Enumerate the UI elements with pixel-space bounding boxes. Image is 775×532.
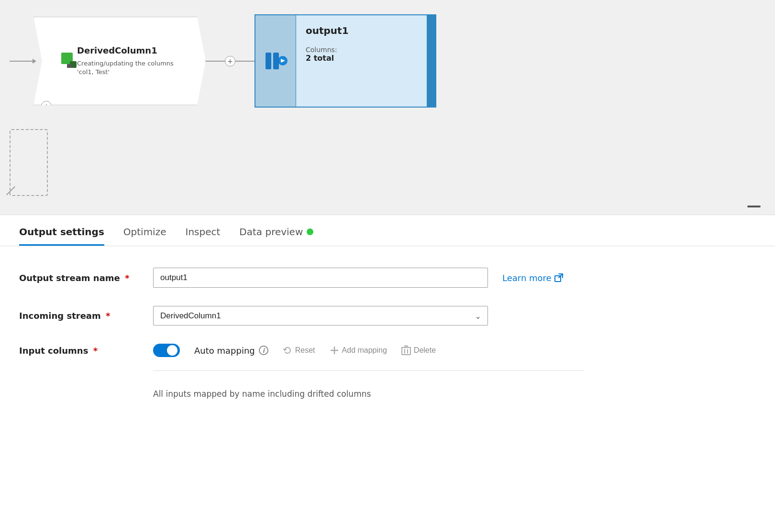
input-columns-label: Input columns * [19,346,153,356]
auto-mapping-info-icon[interactable]: i [259,346,268,355]
dashed-placeholder-box [10,129,48,196]
derived-plus-bottom[interactable]: + [41,101,52,111]
mapping-divider [153,370,584,371]
output-stream-name-input-wrapper [153,268,488,288]
derived-column-node[interactable]: DerivedColumn1 Creating/updating the col… [33,17,206,105]
output-left-tab [255,15,296,107]
canvas-area: DerivedColumn1 Creating/updating the col… [0,0,775,215]
tab-data-preview[interactable]: Data preview [239,226,313,246]
tabs-bar: Output settings Optimize Inspect Data pr… [0,215,775,246]
data-preview-dot [307,228,313,235]
svg-rect-10 [402,347,410,355]
output-node-title: output1 [306,25,417,36]
svg-rect-3 [266,53,271,69]
connector-plus[interactable]: + [225,56,235,66]
output-stream-name-input[interactable] [153,268,488,288]
required-star-incoming: * [103,311,111,321]
left-connector [10,61,33,62]
settings-panel: Output settings Optimize Inspect Data pr… [0,215,775,532]
mapped-hint: All inputs mapped by name including drif… [153,389,756,399]
mid-connector: + [206,56,255,66]
input-columns-row: Input columns * Auto mapping i [19,344,756,357]
learn-more-link[interactable]: Learn more [502,273,563,283]
output-content: output1 Columns: 2 total [296,15,427,107]
required-star-input-cols: * [90,346,98,356]
add-icon [330,346,339,355]
incoming-stream-label: Incoming stream * [19,311,153,321]
form-area: Output stream name * Learn more Incoming… [0,246,775,418]
external-link-icon [554,273,563,282]
auto-mapping-label: Auto mapping i [194,346,268,356]
output-right-stripe [427,15,435,107]
input-columns-controls: Auto mapping i Reset [153,344,436,357]
output-columns-value: 2 total [306,54,417,63]
delete-button[interactable]: Delete [401,345,436,356]
reset-button[interactable]: Reset [283,346,315,355]
incoming-stream-select-wrapper: DerivedColumn1 ⌄ [153,306,488,326]
toggle-slider [153,344,180,357]
incoming-stream-row: Incoming stream * DerivedColumn1 ⌄ [19,306,756,326]
output-columns-label: Columns: [306,46,417,54]
pipeline-container: DerivedColumn1 Creating/updating the col… [10,14,436,108]
derived-column-box: DerivedColumn1 Creating/updating the col… [33,17,206,105]
derived-node-desc: Creating/updating the columns 'col1, Tes… [77,59,188,76]
minimize-button[interactable] [747,206,761,207]
incoming-stream-select[interactable]: DerivedColumn1 [153,306,488,326]
tab-output-settings[interactable]: Output settings [19,226,104,246]
derived-node-title: DerivedColumn1 [77,45,188,55]
output-node-icon [263,48,289,74]
derived-column-icon [60,51,79,72]
svg-rect-2 [67,64,72,68]
tab-optimize[interactable]: Optimize [123,226,166,246]
tab-inspect[interactable]: Inspect [185,226,220,246]
add-mapping-button[interactable]: Add mapping [330,346,387,355]
reset-icon [283,346,292,355]
auto-mapping-toggle[interactable] [153,344,180,357]
delete-icon [401,345,411,356]
output-node[interactable]: output1 Columns: 2 total [255,14,436,108]
output-stream-name-label: Output stream name * [19,273,153,283]
required-star-output: * [122,273,130,283]
output-stream-name-row: Output stream name * Learn more [19,268,756,288]
